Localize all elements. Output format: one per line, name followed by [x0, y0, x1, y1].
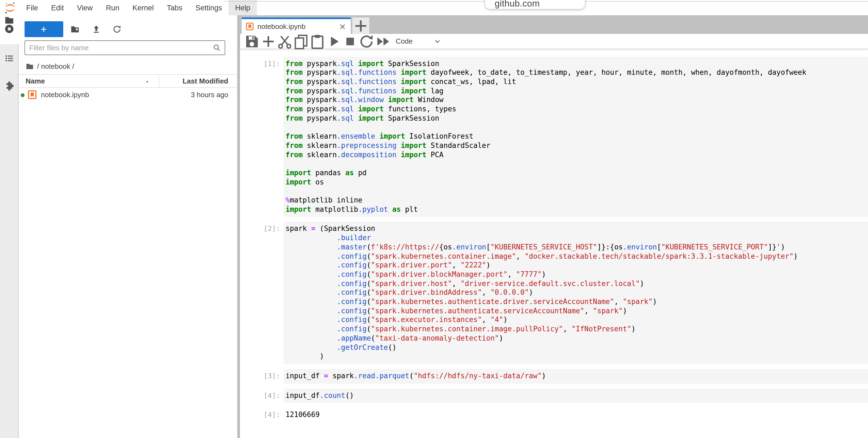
paste-button[interactable] [309, 34, 325, 48]
file-browser-panel: + / notebook / Name Last Modified notebo… [19, 15, 237, 438]
jupyterlab-window: FileEditViewRunKernelTabsSettingsHelp gi… [0, 0, 868, 438]
dock-tab-bar: notebook.ipynb [240, 15, 868, 34]
copy-icon [292, 33, 309, 49]
menu-item-help[interactable]: Help [228, 0, 257, 15]
main-menu: FileEditViewRunKernelTabsSettingsHelp [20, 0, 257, 15]
save-icon [244, 33, 260, 49]
notebook-toolbar: Code [240, 34, 868, 49]
restart-icon [358, 33, 374, 49]
run-icon [325, 33, 342, 49]
sidebar-tab-list-icon[interactable] [4, 54, 14, 63]
file-row[interactable]: notebook.ipynb3 hours ago [19, 88, 237, 102]
menu-bar: FileEditViewRunKernelTabsSettingsHelp gi… [0, 0, 868, 15]
tab-label[interactable]: notebook.ipynb [257, 22, 339, 31]
menu-item-tabs[interactable]: Tabs [160, 0, 189, 15]
cut-button[interactable] [276, 34, 292, 48]
browser-autocomplete-popup[interactable]: github.com [485, 0, 585, 9]
save-button[interactable] [244, 34, 260, 48]
toolbar-buttons [244, 34, 391, 48]
output-prompt: [4]: [240, 408, 283, 422]
refresh-icon[interactable] [112, 25, 122, 34]
new-launcher-button[interactable]: + [24, 21, 63, 37]
code-editor[interactable]: input_df = spark.read.parquet("hdfs://hd… [283, 369, 868, 383]
plus-icon [260, 33, 276, 49]
fast-forward-button[interactable] [374, 34, 391, 48]
copy-button[interactable] [292, 34, 309, 48]
menu-item-edit[interactable]: Edit [45, 0, 71, 15]
breadcrumb-folder-icon[interactable] [26, 62, 34, 70]
cell-type-select[interactable]: Code [396, 37, 412, 45]
output-cell: [4]:12106669 [240, 408, 868, 422]
new-tab-button[interactable] [352, 18, 369, 34]
file-name[interactable]: notebook.ipynb [41, 91, 89, 99]
notebook-file-icon [246, 22, 254, 31]
notebook-cells-area: [1]:from pyspark.sql import SparkSession… [240, 49, 868, 438]
code-cell: [2]:spark = (SparkSession .builder .mast… [240, 222, 868, 364]
input-prompt: [2]: [240, 222, 283, 364]
dock-panel: notebook.ipynb Code [1]:from pyspark.sql… [240, 15, 868, 438]
restart-button[interactable] [358, 34, 374, 48]
search-icon [212, 43, 221, 52]
autocomplete-suggestion[interactable]: github.com [495, 0, 540, 9]
menu-item-view[interactable]: View [70, 0, 99, 15]
notebook-file-icon [28, 90, 36, 99]
code-editor[interactable]: spark = (SparkSession .builder .master(f… [283, 222, 868, 364]
kernel-running-dot [21, 93, 25, 97]
close-icon[interactable] [339, 23, 346, 30]
sort-asc-icon[interactable] [145, 79, 150, 85]
code-editor[interactable]: input_df.count() [283, 388, 868, 403]
code-cell: [4]:input_df.count() [240, 388, 868, 403]
fast-forward-icon [374, 33, 391, 49]
sidebar-tab-folder-icon[interactable] [4, 15, 14, 25]
sidebar-tab-stop-circle-icon[interactable] [4, 24, 14, 34]
code-cell: [3]:input_df = spark.read.parquet("hdfs:… [240, 369, 868, 383]
paste-icon [309, 33, 325, 49]
stop-icon [342, 33, 358, 49]
breadcrumb-path[interactable]: / notebook / [37, 62, 74, 70]
file-list-header: Name Last Modified [19, 74, 237, 88]
file-modified: 3 hours ago [191, 91, 228, 99]
run-button[interactable] [325, 34, 342, 48]
sidebar-tab-puzzle-icon[interactable] [4, 81, 14, 91]
column-divider [159, 75, 159, 87]
upload-icon[interactable] [92, 25, 101, 34]
cut-icon [276, 33, 292, 49]
input-prompt: [3]: [240, 369, 283, 383]
output-area: 12106669 [283, 408, 868, 422]
chevron-down-icon[interactable] [433, 37, 441, 45]
tab-notebook[interactable]: notebook.ipynb [242, 18, 351, 34]
filter-box [24, 40, 225, 55]
column-header-name[interactable]: Name [26, 77, 45, 85]
column-header-modified[interactable]: Last Modified [182, 77, 228, 85]
file-list: notebook.ipynb3 hours ago [19, 88, 237, 102]
input-prompt: [1]: [240, 57, 283, 217]
filter-files-input[interactable] [29, 41, 209, 54]
plus-button[interactable] [260, 34, 276, 48]
plus-icon [352, 17, 369, 34]
menu-item-settings[interactable]: Settings [189, 0, 229, 15]
code-cell: [1]:from pyspark.sql import SparkSession… [240, 57, 868, 217]
stop-button[interactable] [342, 34, 358, 48]
new-folder-icon[interactable] [70, 25, 80, 34]
menu-item-kernel[interactable]: Kernel [126, 0, 160, 15]
menu-item-file[interactable]: File [20, 0, 45, 15]
code-editor[interactable]: from pyspark.sql import SparkSessionfrom… [283, 57, 868, 217]
jupyter-logo-icon [4, 2, 17, 14]
panel-resize-handle[interactable] [237, 15, 240, 438]
activity-sidebar [0, 15, 19, 438]
breadcrumb[interactable]: / notebook / [26, 60, 74, 72]
input-prompt: [4]: [240, 388, 283, 403]
menu-item-run[interactable]: Run [99, 0, 126, 15]
